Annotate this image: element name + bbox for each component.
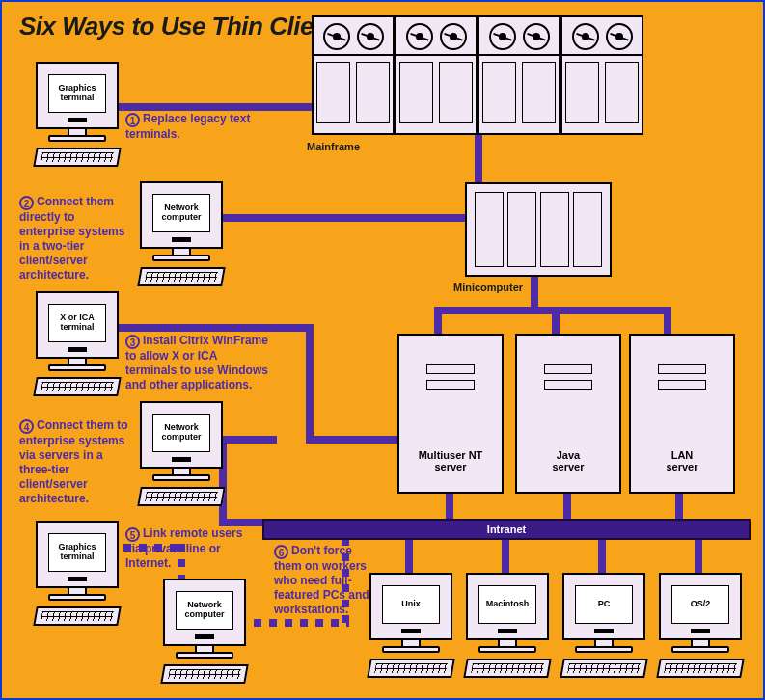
terminal-4: Network computer [133, 401, 230, 506]
mainframe-unit [395, 15, 478, 135]
workstation-pc: PC [556, 573, 652, 678]
tape-reel-icon [406, 23, 433, 50]
note-4: 4Connect them to enterprise systems via … [19, 418, 131, 506]
badge-2: 2 [19, 196, 34, 210]
tape-reel-icon [523, 23, 550, 50]
terminal-4-screen: Network computer [152, 414, 210, 452]
terminal-1: Graphics terminal [29, 62, 125, 167]
link [434, 307, 442, 336]
badge-4: 4 [19, 419, 34, 434]
badge-1: 1 [125, 113, 140, 127]
mainframe-unit [312, 15, 395, 135]
terminal-3: X or ICA terminal [29, 291, 125, 396]
note-1-text: Replace legacy text terminals. [125, 112, 250, 141]
note-2-text: Connect them directly to enterprise syst… [19, 195, 124, 282]
link [502, 538, 509, 577]
link [552, 307, 560, 336]
terminal-1-screen: Graphics terminal [48, 74, 106, 113]
badge-5: 5 [125, 527, 140, 542]
link [405, 538, 413, 577]
mainframe-label: Mainframe [307, 141, 360, 152]
server-java-label: Java server [515, 449, 621, 472]
terminal-3-screen: X or ICA terminal [48, 304, 106, 342]
link [675, 494, 683, 519]
note-2: 2Connect them directly to enterprise sys… [19, 195, 127, 283]
note-6-text: Don't force them on workers who need ful… [274, 544, 369, 616]
terminal-6-screen: Network computer [176, 591, 233, 630]
mainframe-unit [478, 15, 560, 135]
note-6: 6Don't force them on workers who need fu… [274, 544, 376, 617]
diagram-frame: Six Ways to Use Thin Clients Mainframe M… [0, 0, 765, 700]
minicomputer-label: Minicomputer [453, 282, 523, 293]
badge-6: 6 [274, 545, 288, 559]
badge-3: 3 [125, 335, 140, 349]
terminal-6: Network computer [156, 579, 253, 684]
workstation-os2: OS/2 [652, 573, 749, 678]
link [664, 307, 671, 336]
terminal-5-screen: Graphics terminal [48, 533, 106, 572]
server-lan-label: LAN server [629, 449, 735, 472]
note-3-text: Install Citrix WinFrame to allow X or IC… [125, 334, 268, 391]
link [446, 494, 453, 519]
note-3: 3Install Citrix WinFrame to allow X or I… [125, 334, 268, 392]
terminal-2: Network computer [133, 181, 230, 286]
tape-reel-icon [440, 23, 467, 50]
mainframe-unit [560, 15, 643, 135]
link [475, 132, 482, 182]
note-1: 1Replace legacy text terminals. [125, 112, 251, 142]
tape-reel-icon [489, 23, 516, 50]
terminal-5: Graphics terminal [29, 521, 125, 626]
tape-reel-icon [323, 23, 350, 50]
intranet-bar: Intranet [262, 519, 751, 540]
link [111, 324, 314, 332]
workstation-pc-label: PC [575, 585, 633, 624]
server-nt-label: Multiuser NT server [397, 449, 504, 472]
workstation-os2-label: OS/2 [671, 585, 729, 624]
link-dashed [238, 619, 349, 627]
link [306, 324, 314, 444]
page-title: Six Ways to Use Thin Clients [19, 12, 349, 41]
workstation-mac-label: Macintosh [478, 585, 536, 624]
link [219, 519, 265, 526]
note-4-text: Connect them to enterprise systems via s… [19, 418, 128, 505]
link [306, 436, 402, 444]
link [598, 538, 606, 577]
link [111, 103, 312, 111]
mainframe-row [312, 15, 643, 135]
minicomputer [465, 182, 612, 277]
workstation-mac: Macintosh [459, 573, 556, 678]
link [219, 214, 470, 222]
link [695, 538, 702, 577]
terminal-2-screen: Network computer [152, 194, 210, 232]
tape-reel-icon [357, 23, 384, 50]
link [563, 494, 571, 519]
workstation-unix: Unix [363, 573, 459, 678]
note-5: 5Link remote users via private line or I… [125, 526, 257, 571]
workstation-unix-label: Unix [382, 585, 440, 624]
note-5-text: Link remote users via private line or In… [125, 526, 242, 570]
tape-reel-icon [572, 23, 599, 50]
tape-reel-icon [606, 23, 633, 50]
